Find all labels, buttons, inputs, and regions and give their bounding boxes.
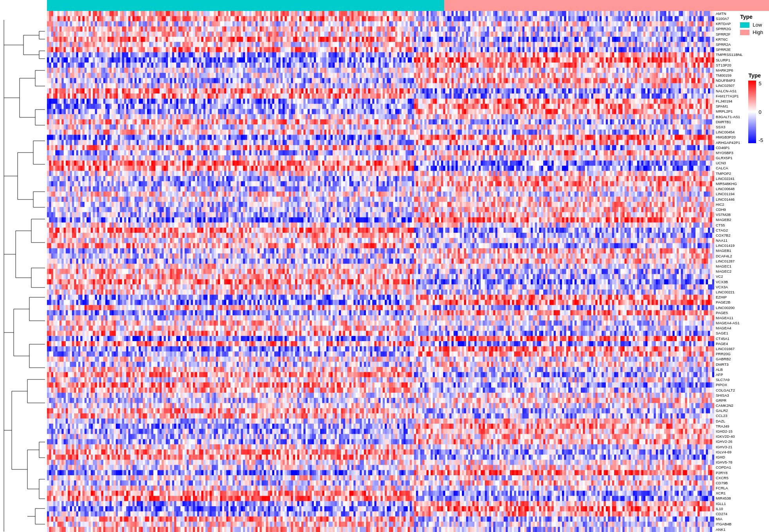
gene-label: IGHD2-15 (716, 430, 769, 433)
legend-low-item: Low (740, 22, 763, 28)
gene-label: TRAJ49 (716, 424, 769, 428)
type-legend: Type Low High (738, 12, 765, 39)
gene-label: ALB (716, 368, 769, 372)
gene-label: MYO5BP3 (716, 151, 769, 155)
type-bar-low (47, 0, 444, 11)
left-dendrogram (0, 20, 47, 532)
gene-label: MAGEA11 (716, 316, 769, 320)
low-swatch (740, 22, 749, 28)
color-gradient-bar (748, 81, 756, 143)
gene-label: P2RY8 (716, 471, 769, 475)
color-scale-title: Type (748, 72, 763, 79)
gene-label: MAGEA4 (716, 326, 769, 330)
gene-label: PAGE2B (716, 300, 769, 304)
gradient-label-high: 5 (758, 81, 763, 86)
gene-label: IGHV2-26 (716, 440, 769, 444)
gradient-label-low: -5 (758, 137, 763, 143)
gene-label: VCX3A (716, 285, 769, 289)
gene-label: CTAG2 (716, 228, 769, 232)
gene-label: SPRR2A (716, 43, 769, 47)
gene-label: CXCR5 (716, 476, 769, 480)
legend-high-label: High (753, 29, 763, 35)
gene-label: CCL23 (716, 414, 769, 418)
gene-label: CD79B (716, 481, 769, 485)
gene-label: IGLL1 (716, 502, 769, 506)
color-scale-legend: Type 5 0 -5 (746, 70, 765, 145)
gene-label: MAGEB1 (716, 249, 769, 253)
gene-label: DMRT3 (716, 363, 769, 367)
gene-label: IGLV4-69 (716, 450, 769, 454)
legend-high-item: High (740, 29, 763, 35)
gene-label: NAA11 (716, 239, 769, 243)
heatmap-wrapper: AMTNS100A7KRTDAPSPRR2GSPRR2FKRT6CSPRR2AS… (47, 11, 769, 532)
gene-label: COPDA1 (716, 466, 769, 469)
gene-label: LINC01446 (716, 198, 769, 201)
heatmap-canvas (47, 11, 714, 532)
gene-label: LINC01419 (716, 244, 769, 248)
gene-label: TMPRSS11BNL (716, 53, 769, 57)
gene-label: GRPR (716, 399, 769, 403)
gene-label: PIPOX (716, 383, 769, 387)
gene-label: SHISA3 (716, 394, 769, 397)
gene-label: GLRX5P1 (716, 156, 769, 160)
gene-label: DAZL (716, 419, 769, 423)
gene-label: SPRR2E (716, 48, 769, 52)
gene-label: SLURP1 (716, 58, 769, 62)
gene-label: DCAF4L2 (716, 254, 769, 258)
gene-label: GABRB2 (716, 357, 769, 361)
gene-label: COLGALT2 (716, 388, 769, 392)
gene-label: MIR4538 (716, 496, 769, 500)
gene-label: TMPOP2 (716, 172, 769, 176)
gene-label: ANK1 (716, 528, 769, 532)
legend-low-label: Low (753, 22, 762, 28)
gene-label: MAGEC1 (716, 264, 769, 268)
gene-label: CD274 (716, 512, 769, 516)
gene-label: CALCA (716, 166, 769, 170)
gradient-labels: 5 0 -5 (758, 81, 763, 143)
gene-label: SLC7A9 (716, 378, 769, 382)
gene-label: VCX3B (716, 280, 769, 284)
gene-label: IGHV3-21 (716, 445, 769, 449)
gene-label: IGKV2D-40 (716, 435, 769, 439)
legend-area: Type Low High Type 5 0 -5 (706, 0, 769, 8)
gene-label: LINC00648 (716, 187, 769, 191)
gene-label: IGHD (716, 455, 769, 459)
gene-label: MAGEC2 (716, 270, 769, 273)
gradient-label-mid: 0 (758, 109, 763, 115)
gene-label: MAGEB2 (716, 218, 769, 222)
gene-label: CT45A1 (716, 337, 769, 341)
gene-label: AFP (716, 373, 769, 377)
gene-label: CD46P1 (716, 146, 769, 150)
gene-label: VSTM2B (716, 213, 769, 217)
gene-label: COX7B2 (716, 234, 769, 237)
heatmap-area: AMTNS100A7KRTDAPSPRR2GSPRR2FKRT6CSPRR2AS… (47, 0, 769, 532)
gene-label: XCR1 (716, 491, 769, 495)
gene-label: MIR548KHG (716, 182, 769, 186)
gene-label: CAMK2N2 (716, 404, 769, 408)
gene-label: PRR20G (716, 352, 769, 356)
gene-label: EZHIP (716, 295, 769, 299)
gene-label: CDH9 (716, 208, 769, 212)
high-swatch (740, 30, 749, 35)
gene-label: PAGE4 (716, 342, 769, 346)
gene-label: CT55 (716, 223, 769, 227)
gene-label: UCN3 (716, 161, 769, 165)
gene-label: MIA (716, 517, 769, 521)
gene-label: IGHV5-78 (716, 460, 769, 464)
type-legend-title: Type (740, 14, 763, 20)
gene-label: LINC01194 (716, 192, 769, 196)
gene-label: LINC02241 (716, 177, 769, 181)
gene-label: LINC01287 (716, 259, 769, 263)
gene-label: ITGAB4B (716, 522, 769, 526)
gene-label: IL10 (716, 507, 769, 511)
gene-label: SAGE1 (716, 331, 769, 335)
type-bar-row (47, 0, 769, 11)
gene-label: VC2 (716, 275, 769, 279)
gene-label: HIC2 (716, 203, 769, 207)
gene-label: LINC00221 (716, 290, 769, 294)
gene-label: LINC00200 (716, 306, 769, 310)
gene-label: LINC01667 (716, 347, 769, 351)
gene-label: PAGE5 (716, 311, 769, 315)
gene-label: GALR2 (716, 409, 769, 413)
gene-label: FCRLA (716, 486, 769, 490)
